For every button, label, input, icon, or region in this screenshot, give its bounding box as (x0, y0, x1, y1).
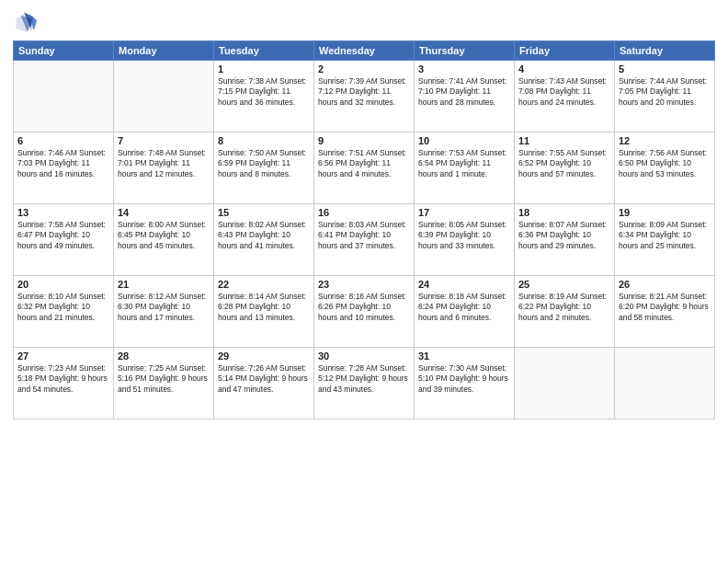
cell-details: Sunrise: 7:46 AM Sunset: 7:03 PM Dayligh… (17, 148, 109, 179)
calendar-cell: 2Sunrise: 7:39 AM Sunset: 7:12 PM Daylig… (314, 61, 415, 132)
day-number: 6 (17, 135, 109, 146)
day-header-sunday: Sunday (14, 41, 114, 61)
day-number: 12 (619, 135, 711, 146)
calendar-cell: 13Sunrise: 7:58 AM Sunset: 6:47 PM Dayli… (14, 204, 114, 276)
calendar-cell: 16Sunrise: 8:03 AM Sunset: 6:41 PM Dayli… (314, 204, 415, 276)
day-number: 17 (418, 207, 510, 218)
calendar-cell: 21Sunrise: 8:12 AM Sunset: 6:30 PM Dayli… (114, 276, 214, 348)
calendar-cell: 28Sunrise: 7:25 AM Sunset: 5:16 PM Dayli… (114, 348, 214, 419)
calendar-cell (615, 348, 715, 419)
cell-details: Sunrise: 7:41 AM Sunset: 7:10 PM Dayligh… (418, 76, 510, 108)
cell-details: Sunrise: 7:56 AM Sunset: 6:50 PM Dayligh… (619, 148, 711, 179)
day-number: 21 (118, 279, 210, 290)
calendar-cell: 29Sunrise: 7:26 AM Sunset: 5:14 PM Dayli… (214, 348, 314, 419)
day-number: 29 (218, 350, 310, 362)
calendar-cell (515, 348, 615, 419)
calendar-cell: 12Sunrise: 7:56 AM Sunset: 6:50 PM Dayli… (615, 132, 715, 204)
day-number: 8 (218, 135, 310, 146)
day-number: 22 (218, 279, 310, 290)
calendar-cell: 19Sunrise: 8:09 AM Sunset: 6:34 PM Dayli… (615, 204, 715, 276)
cell-details: Sunrise: 8:16 AM Sunset: 6:26 PM Dayligh… (318, 292, 410, 323)
day-number: 26 (619, 279, 711, 290)
day-header-thursday: Thursday (415, 41, 515, 61)
cell-details: Sunrise: 7:28 AM Sunset: 5:12 PM Dayligh… (318, 363, 410, 395)
cell-details: Sunrise: 7:39 AM Sunset: 7:12 PM Dayligh… (318, 76, 410, 108)
calendar-cell: 27Sunrise: 7:23 AM Sunset: 5:18 PM Dayli… (14, 348, 114, 419)
calendar-cell: 20Sunrise: 8:10 AM Sunset: 6:32 PM Dayli… (14, 276, 114, 348)
cell-details: Sunrise: 7:30 AM Sunset: 5:10 PM Dayligh… (418, 363, 510, 395)
calendar-cell: 3Sunrise: 7:41 AM Sunset: 7:10 PM Daylig… (415, 61, 515, 132)
day-number: 9 (318, 135, 410, 146)
day-number: 14 (118, 207, 210, 218)
calendar-cell: 10Sunrise: 7:53 AM Sunset: 6:54 PM Dayli… (415, 132, 515, 204)
calendar-cell: 7Sunrise: 7:48 AM Sunset: 7:01 PM Daylig… (114, 132, 214, 204)
cell-details: Sunrise: 7:50 AM Sunset: 6:59 PM Dayligh… (218, 148, 310, 179)
cell-details: Sunrise: 7:43 AM Sunset: 7:08 PM Dayligh… (518, 76, 610, 108)
calendar-cell: 11Sunrise: 7:55 AM Sunset: 6:52 PM Dayli… (515, 132, 615, 204)
day-number: 13 (17, 207, 109, 218)
day-number: 4 (518, 63, 610, 75)
day-number: 2 (318, 63, 410, 75)
calendar-cell: 15Sunrise: 8:02 AM Sunset: 6:43 PM Dayli… (214, 204, 314, 276)
week-row-3: 13Sunrise: 7:58 AM Sunset: 6:47 PM Dayli… (14, 204, 715, 276)
day-header-monday: Monday (114, 41, 214, 61)
cell-details: Sunrise: 7:44 AM Sunset: 7:05 PM Dayligh… (619, 76, 711, 108)
cell-details: Sunrise: 8:09 AM Sunset: 6:34 PM Dayligh… (619, 220, 711, 251)
week-row-2: 6Sunrise: 7:46 AM Sunset: 7:03 PM Daylig… (14, 132, 715, 204)
day-header-friday: Friday (515, 41, 615, 61)
cell-details: Sunrise: 7:25 AM Sunset: 5:16 PM Dayligh… (118, 363, 210, 395)
calendar-cell: 8Sunrise: 7:50 AM Sunset: 6:59 PM Daylig… (214, 132, 314, 204)
cell-details: Sunrise: 8:21 AM Sunset: 6:20 PM Dayligh… (619, 292, 711, 323)
cell-details: Sunrise: 8:14 AM Sunset: 6:28 PM Dayligh… (218, 292, 310, 323)
cell-details: Sunrise: 8:12 AM Sunset: 6:30 PM Dayligh… (118, 292, 210, 323)
day-number: 7 (118, 135, 210, 146)
cell-details: Sunrise: 8:05 AM Sunset: 6:39 PM Dayligh… (418, 220, 510, 251)
day-number: 11 (518, 135, 610, 146)
calendar: SundayMondayTuesdayWednesdayThursdayFrid… (13, 40, 715, 419)
day-number: 15 (218, 207, 310, 218)
cell-details: Sunrise: 7:48 AM Sunset: 7:01 PM Dayligh… (118, 148, 210, 179)
calendar-cell: 23Sunrise: 8:16 AM Sunset: 6:26 PM Dayli… (314, 276, 415, 348)
day-number: 18 (518, 207, 610, 218)
day-number: 1 (218, 63, 310, 75)
day-number: 3 (418, 63, 510, 75)
calendar-cell (114, 61, 214, 132)
cell-details: Sunrise: 8:00 AM Sunset: 6:45 PM Dayligh… (118, 220, 210, 251)
cell-details: Sunrise: 7:53 AM Sunset: 6:54 PM Dayligh… (418, 148, 510, 179)
calendar-cell: 22Sunrise: 8:14 AM Sunset: 6:28 PM Dayli… (214, 276, 314, 348)
day-number: 25 (518, 279, 610, 290)
day-number: 19 (619, 207, 711, 218)
day-number: 16 (318, 207, 410, 218)
cell-details: Sunrise: 8:10 AM Sunset: 6:32 PM Dayligh… (17, 292, 109, 323)
calendar-cell: 26Sunrise: 8:21 AM Sunset: 6:20 PM Dayli… (615, 276, 715, 348)
day-number: 28 (118, 350, 210, 362)
calendar-cell: 6Sunrise: 7:46 AM Sunset: 7:03 PM Daylig… (14, 132, 114, 204)
calendar-cell: 17Sunrise: 8:05 AM Sunset: 6:39 PM Dayli… (415, 204, 515, 276)
calendar-cell (14, 61, 114, 132)
day-number: 23 (318, 279, 410, 290)
calendar-cell: 9Sunrise: 7:51 AM Sunset: 6:56 PM Daylig… (314, 132, 415, 204)
cell-details: Sunrise: 7:55 AM Sunset: 6:52 PM Dayligh… (518, 148, 610, 179)
calendar-cell: 18Sunrise: 8:07 AM Sunset: 6:36 PM Dayli… (515, 204, 615, 276)
day-header-saturday: Saturday (615, 41, 715, 61)
week-row-5: 27Sunrise: 7:23 AM Sunset: 5:18 PM Dayli… (14, 348, 715, 419)
cell-details: Sunrise: 8:07 AM Sunset: 6:36 PM Dayligh… (518, 220, 610, 251)
day-number: 20 (17, 279, 109, 290)
cell-details: Sunrise: 7:23 AM Sunset: 5:18 PM Dayligh… (17, 363, 109, 395)
logo-icon (13, 9, 39, 35)
day-number: 31 (418, 350, 510, 362)
day-header-tuesday: Tuesday (214, 41, 314, 61)
calendar-cell: 5Sunrise: 7:44 AM Sunset: 7:05 PM Daylig… (615, 61, 715, 132)
day-number: 27 (17, 350, 109, 362)
day-number: 5 (619, 63, 711, 75)
week-row-4: 20Sunrise: 8:10 AM Sunset: 6:32 PM Dayli… (14, 276, 715, 348)
day-number: 10 (418, 135, 510, 146)
cell-details: Sunrise: 8:02 AM Sunset: 6:43 PM Dayligh… (218, 220, 310, 251)
calendar-cell: 14Sunrise: 8:00 AM Sunset: 6:45 PM Dayli… (114, 204, 214, 276)
calendar-cell: 25Sunrise: 8:19 AM Sunset: 6:22 PM Dayli… (515, 276, 615, 348)
cell-details: Sunrise: 8:19 AM Sunset: 6:22 PM Dayligh… (518, 292, 610, 323)
calendar-cell: 31Sunrise: 7:30 AM Sunset: 5:10 PM Dayli… (415, 348, 515, 419)
cell-details: Sunrise: 8:18 AM Sunset: 6:24 PM Dayligh… (418, 292, 510, 323)
logo (13, 9, 42, 35)
calendar-cell: 30Sunrise: 7:28 AM Sunset: 5:12 PM Dayli… (314, 348, 415, 419)
